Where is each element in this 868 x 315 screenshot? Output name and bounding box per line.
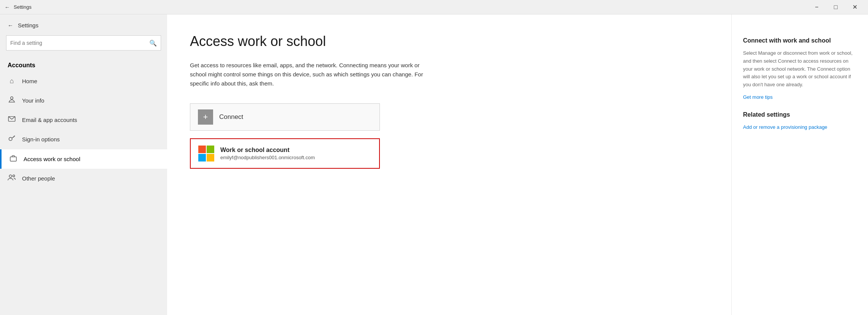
logo-cell-red	[198, 146, 206, 153]
sidebar-item-label: Email & app accounts	[22, 117, 77, 123]
logo-cell-blue	[198, 154, 206, 161]
sidebar-item-email-app[interactable]: Email & app accounts	[0, 111, 167, 129]
account-email: emilyf@nodpublishers001.onmicrosoft.com	[220, 155, 315, 160]
logo-cell-yellow	[207, 154, 214, 161]
email-icon	[8, 116, 16, 124]
briefcase-icon	[9, 155, 17, 163]
add-provisioning-link[interactable]: Add or remove a provisioning package	[743, 123, 857, 131]
settings-title: Settings	[18, 22, 38, 28]
svg-point-9	[13, 175, 15, 177]
get-more-tips-link[interactable]: Get more tips	[743, 94, 857, 100]
app-body: ← Settings 🔍 Accounts ⌂ Home Your info	[0, 14, 868, 315]
sidebar-item-access-work[interactable]: Access work or school	[0, 149, 167, 169]
maximize-button[interactable]: □	[827, 1, 844, 13]
titlebar: ← Settings − □ ✕	[0, 0, 868, 14]
right-panel: Connect with work and school Select Mana…	[731, 14, 868, 315]
page-description: Get access to resources like email, apps…	[190, 61, 425, 88]
titlebar-left: ← Settings	[5, 4, 32, 10]
account-info: Work or school account emilyf@nodpublish…	[220, 147, 315, 160]
titlebar-controls: − □ ✕	[808, 1, 863, 13]
sidebar-item-home[interactable]: ⌂ Home	[0, 72, 167, 90]
sidebar-item-label: Access work or school	[24, 156, 80, 162]
page-title: Access work or school	[190, 33, 708, 49]
microsoft-logo	[198, 146, 214, 161]
person-icon	[8, 96, 16, 105]
account-name: Work or school account	[220, 147, 315, 154]
connect-label: Connect	[219, 113, 243, 121]
account-item[interactable]: Work or school account emilyf@nodpublish…	[190, 138, 380, 169]
svg-point-3	[9, 138, 12, 141]
svg-rect-7	[10, 157, 16, 161]
sidebar-item-label: Sign-in options	[22, 136, 60, 142]
back-arrow-icon: ←	[8, 22, 13, 28]
logo-cell-green	[207, 146, 214, 153]
connect-button[interactable]: + Connect	[190, 103, 380, 131]
key-icon	[8, 135, 16, 144]
plus-icon: +	[198, 109, 213, 125]
sidebar-item-your-info[interactable]: Your info	[0, 90, 167, 111]
sidebar-item-sign-in[interactable]: Sign-in options	[0, 129, 167, 149]
close-button[interactable]: ✕	[846, 1, 863, 13]
main-panel: Access work or school Get access to reso…	[167, 14, 731, 315]
home-icon: ⌂	[8, 77, 16, 85]
svg-point-0	[11, 97, 13, 100]
search-icon: 🔍	[149, 40, 157, 47]
back-icon: ←	[5, 4, 10, 10]
sidebar-item-label: Your info	[22, 97, 44, 104]
sidebar-search-box[interactable]: 🔍	[6, 35, 161, 51]
sidebar-back-button[interactable]: ← Settings	[0, 18, 167, 32]
sidebar-item-label: Other people	[22, 175, 55, 182]
people-icon	[8, 174, 16, 183]
search-input[interactable]	[10, 40, 149, 46]
svg-point-8	[9, 175, 12, 177]
sidebar: ← Settings 🔍 Accounts ⌂ Home Your info	[0, 14, 167, 315]
minimize-button[interactable]: −	[808, 1, 825, 13]
connect-section-title: Connect with work and school	[743, 37, 857, 44]
sidebar-item-label: Home	[22, 78, 37, 84]
connect-section-text: Select Manage or disconnect from work or…	[743, 49, 857, 89]
sidebar-item-other-people[interactable]: Other people	[0, 169, 167, 188]
related-settings-title: Related settings	[743, 111, 857, 118]
titlebar-title: Settings	[14, 4, 32, 10]
sidebar-section-title: Accounts	[0, 57, 167, 72]
